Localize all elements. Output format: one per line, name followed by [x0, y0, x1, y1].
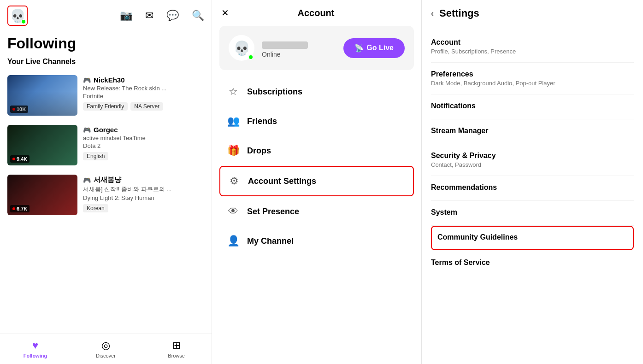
settings-item-title: System [431, 208, 634, 217]
channel-name-row: 🎮 서새봄냥 [83, 176, 204, 184]
settings-item-recommendations[interactable]: Recommendations [431, 176, 634, 201]
viewer-number: 6.7K [17, 206, 27, 211]
username-blurred [262, 41, 308, 49]
menu-label: Subscriptions [247, 87, 302, 97]
user-card: 💀 Online 📡 Go Live [219, 26, 414, 70]
settings-item-subtitle: Dark Mode, Background Audio, Pop-out Pla… [431, 80, 634, 87]
bottom-nav-item-following[interactable]: ♥ Following [0, 338, 71, 360]
bottom-nav-label: Following [24, 353, 47, 358]
close-button[interactable]: ✕ [221, 7, 229, 18]
channels-list: 10K 🎮 NickEh30 New Release: The Rock ski… [0, 71, 212, 334]
account-header: ✕ Account [212, 0, 421, 26]
bottom-nav-icon: ⊞ [172, 340, 181, 352]
channel-tags: Korean [83, 204, 204, 212]
settings-item-title: Stream Manager [431, 127, 634, 135]
settings-title: Settings [439, 7, 479, 19]
settings-item-title: Security & Privacy [431, 152, 634, 160]
nav-icons: 📷 ✉ 💬 🔍 [120, 10, 204, 22]
menu-icon: 👤 [227, 235, 240, 247]
channel-name: NickEh30 [94, 76, 125, 84]
channel-name-row: 🎮 NickEh30 [83, 76, 204, 84]
settings-item-title: Account [431, 38, 634, 47]
viewer-count: 9.4K [10, 155, 29, 163]
menu-label: My Channel [247, 236, 294, 246]
settings-item-security-&-privacy[interactable]: Security & Privacy Contact, Password [431, 144, 634, 176]
menu-item-account-settings[interactable]: ⚙ Account Settings [219, 166, 414, 196]
right-panel: ‹ Settings Account Profile, Subscription… [422, 0, 643, 364]
page-title: Following [0, 31, 212, 58]
settings-item-account[interactable]: Account Profile, Subscriptions, Presence [431, 31, 634, 63]
menu-label: Set Presence [247, 207, 299, 217]
settings-item-terms-of-service[interactable]: Terms of Service [431, 251, 634, 276]
menu-icon: ⚙ [228, 175, 241, 187]
go-live-button[interactable]: 📡 Go Live [343, 38, 405, 58]
menu-item-drops[interactable]: 🎁 Drops [219, 136, 414, 165]
channel-thumbnail: 10K [7, 75, 77, 116]
user-online-dot [248, 54, 254, 60]
channel-thumbnail: 6.7K [7, 175, 77, 215]
bottom-nav-icon: ♥ [32, 340, 38, 352]
channel-description: active mindset TeaTime [83, 135, 184, 141]
settings-item-community-guidelines[interactable]: Community Guidelines [431, 226, 634, 250]
tag: NA Server [130, 102, 163, 111]
viewer-count: 6.7K [10, 205, 29, 212]
menu-label: Drops [247, 146, 271, 156]
user-avatar: 💀 [229, 35, 254, 61]
middle-panel: ✕ Account 💀 Online 📡 Go Live ☆ Subscript… [212, 0, 422, 364]
settings-item-title: Recommendations [431, 183, 634, 192]
menu-icon: ☆ [227, 86, 240, 98]
left-panel: 💀 📷 ✉ 💬 🔍 Following Your Live Channels 1… [0, 0, 212, 364]
user-avatar-button[interactable]: 💀 [7, 6, 28, 26]
channel-badge: 🎮 [83, 126, 91, 134]
menu-item-set-presence[interactable]: 👁 Set Presence [219, 197, 414, 226]
settings-item-stream-manager[interactable]: Stream Manager [431, 119, 634, 144]
bottom-nav-item-browse[interactable]: ⊞ Browse [141, 338, 212, 360]
top-nav: 💀 📷 ✉ 💬 🔍 [0, 0, 212, 31]
back-button[interactable]: ‹ [431, 9, 434, 18]
channel-info: 🎮 서새봄냥 서새봄] 신작!! 좀비와 파쿠르의 ... Dying Ligh… [83, 175, 204, 212]
channel-badge: 🎮 [83, 76, 91, 84]
settings-item-title: Terms of Service [431, 258, 634, 267]
avatar-emoji: 💀 [233, 40, 250, 56]
list-item[interactable]: 6.7K 🎮 서새봄냥 서새봄] 신작!! 좀비와 파쿠르의 ... Dying… [4, 171, 208, 219]
bottom-nav: ♥ Following ◎ Discover ⊞ Browse [0, 334, 212, 364]
video-icon[interactable]: 📷 [120, 10, 132, 22]
viewer-count: 10K [10, 106, 28, 113]
menu-label: Account Settings [248, 176, 316, 186]
go-live-label: Go Live [366, 44, 394, 52]
channel-badge: 🎮 [83, 176, 91, 184]
user-info: Online [262, 38, 308, 58]
settings-item-subtitle: Contact, Password [431, 161, 634, 168]
tag: English [83, 152, 108, 160]
channel-description: New Release: The Rock skin ... [83, 85, 184, 92]
list-item[interactable]: 10K 🎮 NickEh30 New Release: The Rock ski… [4, 71, 208, 119]
settings-item-title: Notifications [431, 102, 634, 110]
list-item[interactable]: 9.4K 🎮 Gorgec active mindset TeaTime Dot… [4, 121, 208, 169]
search-icon[interactable]: 🔍 [192, 10, 204, 22]
menu-icon: 🎁 [227, 145, 240, 157]
menu-icon: 👁 [227, 205, 240, 217]
menu-item-my-channel[interactable]: 👤 My Channel [219, 227, 414, 255]
menu-icon: 👥 [227, 115, 240, 127]
bottom-nav-label: Browse [168, 353, 185, 358]
mail-icon[interactable]: ✉ [145, 10, 153, 22]
account-menu: ☆ Subscriptions 👥 Friends 🎁 Drops ⚙ Acco… [212, 77, 421, 364]
viewer-number: 9.4K [17, 156, 27, 162]
settings-menu: Account Profile, Subscriptions, Presence… [422, 27, 643, 364]
channel-info: 🎮 Gorgec active mindset TeaTime Dota 2 E… [83, 125, 204, 160]
settings-item-notifications[interactable]: Notifications [431, 94, 634, 119]
bottom-nav-icon: ◎ [101, 340, 110, 352]
settings-item-system[interactable]: System [431, 201, 634, 226]
user-status: Online [262, 51, 308, 58]
channel-game: Dota 2 [83, 142, 204, 149]
tag: Korean [83, 204, 108, 212]
channel-game: Fortnite [83, 93, 204, 100]
menu-item-friends[interactable]: 👥 Friends [219, 107, 414, 135]
menu-item-subscriptions[interactable]: ☆ Subscriptions [219, 77, 414, 106]
chat-icon[interactable]: 💬 [166, 10, 179, 22]
menu-label: Friends [247, 117, 277, 126]
live-dot [12, 108, 15, 111]
settings-item-preferences[interactable]: Preferences Dark Mode, Background Audio,… [431, 63, 634, 94]
channel-name: Gorgec [94, 126, 118, 134]
bottom-nav-item-discover[interactable]: ◎ Discover [71, 338, 141, 360]
